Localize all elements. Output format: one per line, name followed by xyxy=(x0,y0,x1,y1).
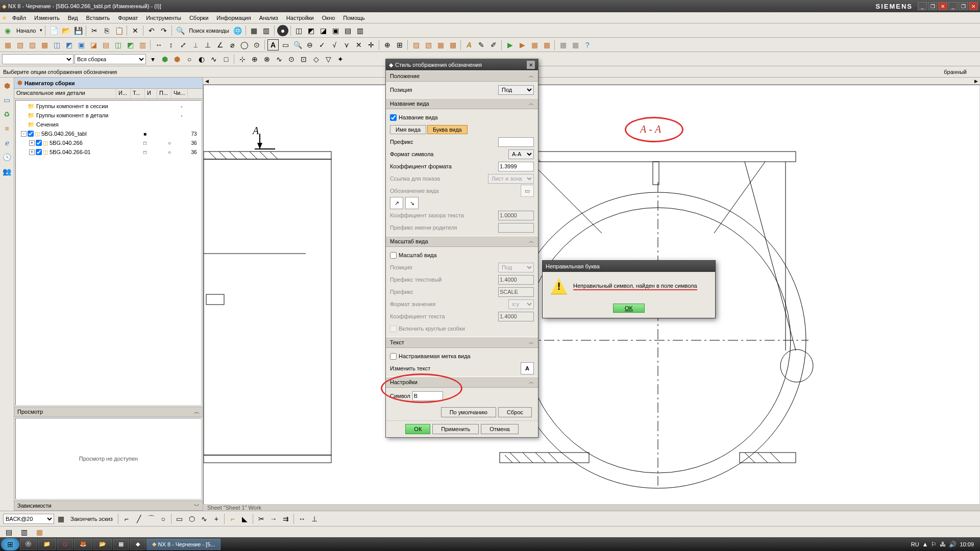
st-1-icon[interactable]: ▤ xyxy=(3,527,14,538)
note-icon[interactable]: ▭ xyxy=(280,39,291,51)
apply-button[interactable]: Применить xyxy=(432,424,479,434)
tab-web[interactable]: ℯ xyxy=(1,137,13,149)
save-icon[interactable]: 💾 xyxy=(72,25,84,36)
menu-view[interactable]: Вид xyxy=(64,14,82,22)
tray-action-icon[interactable]: ⚐ xyxy=(931,541,937,548)
tree-checkbox[interactable] xyxy=(36,149,42,155)
filter7-icon[interactable]: □ xyxy=(220,54,232,65)
tree-row[interactable]: +◫5BG.040.266□○36 xyxy=(17,138,200,147)
sk-rect-icon[interactable]: ▭ xyxy=(174,513,185,524)
tab-reuse[interactable]: ♻ xyxy=(1,108,13,120)
clock[interactable]: 10:09 xyxy=(960,541,974,547)
col-4[interactable]: П... xyxy=(157,89,172,98)
sk-poly-icon[interactable]: ⬡ xyxy=(186,513,198,524)
default-button[interactable]: По умолчанию xyxy=(441,407,496,417)
snap7-icon[interactable]: ◇ xyxy=(310,54,322,65)
menu-file[interactable]: Файл xyxy=(8,14,30,22)
cube6-icon[interactable]: ▥ xyxy=(355,25,366,36)
tab-html[interactable]: ≡ xyxy=(1,122,13,135)
chevron-up-icon[interactable]: ︿ xyxy=(529,379,534,386)
chk-viewname[interactable] xyxy=(390,114,397,121)
center2-icon[interactable]: ⊞ xyxy=(394,39,405,51)
menu-window[interactable]: Окно xyxy=(318,14,339,22)
menu-format[interactable]: Формат xyxy=(114,14,142,22)
cut-icon[interactable]: ✂ xyxy=(89,25,100,36)
table2-icon[interactable]: ▦ xyxy=(541,39,552,51)
dim7-icon[interactable]: ⌀ xyxy=(227,39,238,51)
close-doc-button[interactable]: ✕ xyxy=(969,2,978,10)
task-firefox[interactable]: 🦊 xyxy=(74,539,92,550)
cube5-icon[interactable]: ▤ xyxy=(342,25,354,36)
menu-info[interactable]: Информация xyxy=(212,14,255,22)
selection-combo[interactable] xyxy=(2,54,74,64)
table1-icon[interactable]: ▦ xyxy=(529,39,540,51)
close-button[interactable]: ✕ xyxy=(938,2,947,10)
tree-row[interactable]: 📁Группы компонент в детали- xyxy=(17,111,200,120)
edit2-icon[interactable]: ✐ xyxy=(488,39,499,51)
open-icon[interactable]: 📂 xyxy=(60,25,71,36)
snap4-icon[interactable]: ∿ xyxy=(274,54,285,65)
chevron-up-icon[interactable]: ︿ xyxy=(529,339,534,346)
filter2-icon[interactable]: ⬢ xyxy=(159,54,170,65)
sk-profile-icon[interactable]: ⌐ xyxy=(121,513,132,524)
grid1-icon[interactable]: ▦ xyxy=(557,39,569,51)
st-3-icon[interactable]: ▦ xyxy=(34,527,45,538)
chevron-down-icon[interactable]: ﹀ xyxy=(194,502,200,510)
task-nx[interactable]: ◆NX 8 - Черчение - [5... xyxy=(146,539,221,550)
minimize-doc-button[interactable]: _ xyxy=(948,2,958,10)
filter1-icon[interactable]: ▾ xyxy=(147,54,158,65)
cube1-icon[interactable]: ◫ xyxy=(293,25,305,36)
delete-icon[interactable]: ✕ xyxy=(130,25,141,36)
dim5-icon[interactable]: ⊥ xyxy=(202,39,213,51)
section-viewname[interactable]: Название вида︿ xyxy=(386,98,538,109)
shade-icon[interactable]: ● xyxy=(277,25,288,36)
filter4-icon[interactable]: ○ xyxy=(184,54,195,65)
arrow-style-1[interactable]: ↗ xyxy=(390,197,403,209)
tab-roles[interactable]: 👥 xyxy=(1,165,13,178)
sheet-icon[interactable]: ▦ xyxy=(249,25,260,36)
chk-custom-label[interactable] xyxy=(390,353,397,360)
sketch-plane-icon[interactable]: ▦ xyxy=(55,513,66,524)
menu-assembly[interactable]: Сборки xyxy=(185,14,212,22)
snap6-icon[interactable]: ⊡ xyxy=(298,54,309,65)
sk-chamfer-icon[interactable]: ◣ xyxy=(239,513,251,524)
task-opera[interactable]: O xyxy=(57,539,73,550)
minimize-button[interactable]: _ xyxy=(918,2,927,10)
dim6-icon[interactable]: ∠ xyxy=(214,39,226,51)
position-select[interactable]: Под xyxy=(498,85,534,95)
tree-row[interactable]: +◫5BG.040.266-01□○36 xyxy=(17,147,200,157)
task-totalcmd[interactable]: ▦ xyxy=(113,539,129,550)
tree-row[interactable]: 📁Группы компонент в сессии- xyxy=(17,102,200,111)
grid2-icon[interactable]: ▦ xyxy=(570,39,581,51)
dim1-icon[interactable]: ↔ xyxy=(153,39,164,51)
section-text[interactable]: Текст︿ xyxy=(386,337,538,348)
tray-flag-icon[interactable]: ▲ xyxy=(922,541,928,548)
col-5[interactable]: Чи... xyxy=(172,89,188,98)
arrow-style-2[interactable]: ↘ xyxy=(405,197,419,209)
help-icon[interactable]: ? xyxy=(582,39,593,51)
filter6-icon[interactable]: ∿ xyxy=(208,54,219,65)
col-2[interactable]: Т... xyxy=(131,89,145,98)
task-ie[interactable]: ⓔ xyxy=(20,539,37,550)
tb2-3-icon[interactable]: ▨ xyxy=(27,39,38,51)
menu-prefs[interactable]: Настройки xyxy=(282,14,318,22)
tb2-11-icon[interactable]: ◩ xyxy=(125,39,136,51)
reset-button[interactable]: Сброс xyxy=(498,407,532,417)
restore-doc-button[interactable]: ❐ xyxy=(959,2,968,10)
tree-checkbox[interactable] xyxy=(36,140,42,146)
dropdown-icon[interactable]: ▼ xyxy=(39,28,43,33)
tb2-7-icon[interactable]: ▣ xyxy=(76,39,87,51)
sk-constraint-icon[interactable]: ⊥ xyxy=(309,513,320,524)
redo-icon[interactable]: ↷ xyxy=(158,25,169,36)
tb2-8-icon[interactable]: ◪ xyxy=(88,39,99,51)
coef-input[interactable] xyxy=(498,162,534,171)
sk-circle-icon[interactable]: ○ xyxy=(158,513,169,524)
dim3-icon[interactable]: ⤢ xyxy=(178,39,189,51)
cube4-icon[interactable]: ▣ xyxy=(330,25,341,36)
lang-indicator[interactable]: RU xyxy=(911,541,919,547)
sk-trim-icon[interactable]: ✂ xyxy=(256,513,267,524)
sk-extend-icon[interactable]: → xyxy=(268,513,279,524)
dim2-icon[interactable]: ↕ xyxy=(165,39,177,51)
tb2-5-icon[interactable]: ◫ xyxy=(51,39,62,51)
scroll-left-icon[interactable]: ◀ xyxy=(205,79,209,84)
